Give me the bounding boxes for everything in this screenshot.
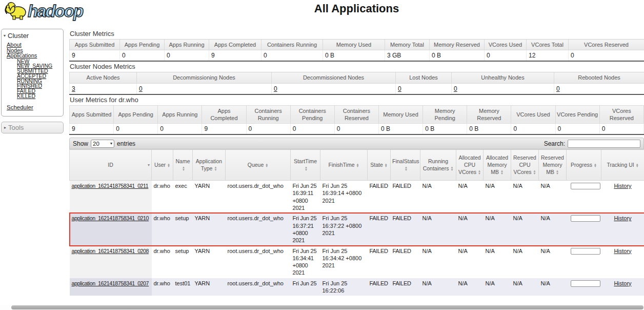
cluster-section-header[interactable]: ▾ Cluster bbox=[2, 30, 63, 42]
column-header-finalstatus[interactable]: FinalStatus▲▼ bbox=[391, 150, 420, 181]
metric-value-vcores-used: 0 bbox=[511, 124, 555, 135]
user_metrics-header-row: Apps SubmittedApps PendingApps RunningAp… bbox=[70, 105, 644, 124]
user-metrics-title: User Metrics for dr.who bbox=[70, 96, 644, 104]
sidebar: ▾ Cluster AboutNodesApplications NEWNEW_… bbox=[1, 29, 64, 133]
cluster-links: AboutNodesApplications bbox=[2, 42, 63, 59]
column-header-progress[interactable]: Progress▲▼ bbox=[567, 150, 601, 181]
column-header-queue[interactable]: Queue▲▼ bbox=[226, 150, 291, 181]
metric-header-apps-running: Apps Running bbox=[158, 105, 202, 124]
metric-value-memory-total: 3 GB bbox=[385, 50, 430, 62]
table-row: application_1621418758341_0207dr.whotest… bbox=[70, 278, 644, 296]
column-header-allocated-cpu-vcores[interactable]: Allocated CPU VCores▲▼ bbox=[456, 150, 484, 181]
running-containers-cell: N/A bbox=[420, 213, 456, 245]
finish-time-cell: Fri Jun 25 16:37:22 +0800 2021 bbox=[320, 213, 368, 245]
cluster_nodes_metrics-header-row: Active NodesDecommissioning NodesDecommi… bbox=[70, 72, 644, 83]
metric-value-active-nodes: 3 bbox=[70, 83, 137, 94]
cluster-panel: ▾ Cluster AboutNodesApplications NEWNEW_… bbox=[1, 29, 64, 117]
metric-header-memory-used: Memory Used bbox=[323, 40, 385, 50]
queue-cell: root.users.dr_dot_who bbox=[226, 181, 291, 214]
column-label: ID bbox=[108, 162, 113, 168]
metric-value-vcores-pending: 0 bbox=[555, 124, 599, 135]
metric-value-unhealthy-nodes: 0 bbox=[452, 83, 554, 94]
final-status-cell: FAILED bbox=[391, 181, 420, 214]
final-status-cell: FAILED bbox=[391, 246, 420, 278]
rebooted-nodes-link[interactable]: 0 bbox=[556, 85, 560, 92]
column-header-user[interactable]: User▲▼ bbox=[152, 150, 173, 181]
column-label: Running Containers bbox=[423, 158, 449, 171]
active-nodes-link[interactable]: 3 bbox=[72, 85, 75, 92]
column-header-running-containers[interactable]: Running Containers▲▼ bbox=[420, 150, 456, 181]
reserved-cpu-vcores-cell: N/A bbox=[511, 213, 539, 245]
application-link[interactable]: application_1621418758341_0207 bbox=[72, 280, 149, 286]
decommissioning-nodes-link[interactable]: 0 bbox=[139, 85, 143, 92]
application-link[interactable]: application_1621418758341_0211 bbox=[72, 183, 149, 189]
search-input[interactable] bbox=[568, 140, 640, 148]
tracking-ui-cell: History bbox=[601, 181, 644, 214]
column-label: Progress bbox=[571, 162, 592, 168]
sidebar-item-killed[interactable]: KILLED bbox=[17, 94, 35, 99]
allocated-memory-mb-cell: N/A bbox=[484, 181, 511, 214]
start-time-cell: Fri Jun 25 16:34:41 +0800 2021 bbox=[291, 246, 320, 278]
cluster_nodes_metrics-value-row: 300000 bbox=[70, 83, 644, 94]
column-header-tracking-ui[interactable]: Tracking UI▲▼ bbox=[601, 150, 644, 181]
user_metrics-value-row: 90090000 B0 B0 B000 bbox=[70, 124, 644, 135]
application-link[interactable]: application_1621418758341_0210 bbox=[72, 215, 149, 221]
column-header-finishtime[interactable]: FinishTime▲▼ bbox=[320, 150, 368, 181]
application-link[interactable]: application_1621418758341_0208 bbox=[72, 248, 149, 254]
scrollbar-thumb[interactable] bbox=[11, 305, 643, 309]
history-link[interactable]: History bbox=[614, 215, 631, 221]
tools-section-header[interactable]: ▸ Tools bbox=[1, 122, 64, 133]
page-size-select[interactable]: 20 ▾ bbox=[91, 140, 114, 148]
unhealthy-nodes-link[interactable]: 0 bbox=[454, 85, 457, 92]
decommissioned-nodes-link[interactable]: 0 bbox=[274, 85, 277, 92]
history-link[interactable]: History bbox=[614, 248, 631, 254]
sort-icon: ▲▼ bbox=[385, 163, 388, 168]
column-header-application-type[interactable]: Application Type▲▼ bbox=[193, 150, 226, 181]
metric-header-apps-completed: Apps Completed bbox=[202, 105, 246, 124]
metric-header-containers-running: Containers Running bbox=[261, 40, 323, 50]
column-header-starttime[interactable]: StartTime▲▼ bbox=[291, 150, 320, 181]
column-header-id[interactable]: ID▾ bbox=[70, 150, 152, 181]
queue-cell: root.users.dr_dot_who bbox=[226, 213, 291, 245]
reserved-memory-mb-cell: N/A bbox=[539, 246, 567, 278]
user-cell: dr.who bbox=[152, 213, 173, 245]
sidebar-item-scheduler[interactable]: Scheduler bbox=[7, 104, 33, 110]
finish-time-cell: Fri Jun 25 16:39:14 +0800 2021 bbox=[320, 181, 368, 214]
metric-header-apps-completed: Apps Completed bbox=[209, 40, 261, 50]
elephant-icon bbox=[6, 3, 26, 20]
column-header-reserved-cpu-vcores[interactable]: Reserved CPU VCores▲▼ bbox=[511, 150, 539, 181]
finish-time-cell: Fri Jun 25 16:34:42 +0800 2021 bbox=[320, 246, 368, 278]
triangle-right-icon: ▸ bbox=[4, 125, 6, 130]
column-header-name[interactable]: Name▲▼ bbox=[173, 150, 193, 181]
allocated-cpu-vcores-cell: N/A bbox=[456, 246, 484, 278]
column-header-allocated-memory-mb[interactable]: Allocated Memory MB▲▼ bbox=[484, 150, 511, 181]
metric-header-containers-reserved: Containers Reserved bbox=[334, 105, 378, 124]
column-label: StartTime bbox=[294, 158, 317, 164]
metric-value-apps-pending: 0 bbox=[120, 50, 165, 62]
column-header-reserved-memory-mb[interactable]: Reserved Memory MB▲▼ bbox=[539, 150, 567, 181]
history-link[interactable]: History bbox=[614, 183, 631, 189]
metric-header-decommissioned-nodes: Decommissioned Nodes bbox=[272, 72, 396, 83]
sort-icon: ▲▼ bbox=[450, 166, 453, 171]
name-cell: exec bbox=[173, 181, 193, 214]
horizontal-scrollbar[interactable] bbox=[0, 305, 644, 310]
allocated-cpu-vcores-cell: N/A bbox=[456, 181, 484, 214]
user-cell: dr.who bbox=[152, 181, 173, 214]
history-link[interactable]: History bbox=[614, 280, 631, 286]
sort-icon: ▲▼ bbox=[305, 166, 308, 171]
column-label: Tracking UI bbox=[607, 162, 634, 168]
triangle-down-icon: ▾ bbox=[4, 33, 6, 38]
page-title: All Applications bbox=[69, 2, 644, 15]
metric-header-lost-nodes: Lost Nodes bbox=[396, 72, 452, 83]
lost-nodes-link[interactable]: 0 bbox=[398, 85, 401, 92]
metric-value-memory-reserved: 0 B bbox=[430, 50, 485, 62]
start-time-cell: Fri Jun 25 16:37:21 +0800 2021 bbox=[291, 213, 320, 245]
sidebar-item-about[interactable]: About bbox=[7, 42, 22, 48]
sidebar-item-applications[interactable]: Applications bbox=[7, 53, 37, 59]
metric-header-memory-reserved: Memory Reserved bbox=[430, 40, 485, 50]
column-label: FinishTime bbox=[329, 162, 355, 168]
column-header-state[interactable]: State▲▼ bbox=[368, 150, 391, 181]
application-type-cell: YARN bbox=[193, 246, 226, 278]
sort-icon: ▲▼ bbox=[405, 166, 408, 171]
application-type-cell: YARN bbox=[193, 181, 226, 214]
